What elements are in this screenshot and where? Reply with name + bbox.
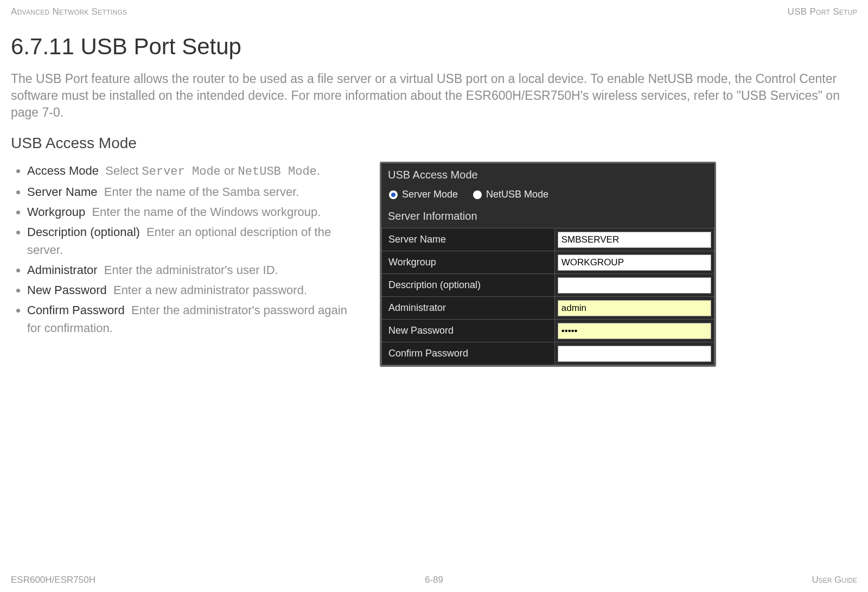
radio-label: Server Mode xyxy=(402,189,458,200)
label-new-password: New Password xyxy=(382,320,555,342)
confirm-password-input[interactable] xyxy=(558,346,711,362)
table-row: New Password xyxy=(382,320,714,342)
page-header: Advanced Network Settings USB Port Setup xyxy=(11,7,857,17)
workgroup-input[interactable] xyxy=(558,254,711,271)
term-new-password: New Password xyxy=(27,283,107,297)
desc-text: Enter the name of the Samba server. xyxy=(104,185,299,199)
footer-right: User Guide xyxy=(812,575,857,585)
section-title: USB Access Mode xyxy=(11,135,857,152)
table-row: Description (optional) xyxy=(382,274,714,297)
panel-subheading: Server Information xyxy=(381,209,714,228)
term-administrator: Administrator xyxy=(27,263,98,277)
list-item: Administrator Enter the administrator's … xyxy=(27,261,358,279)
administrator-input[interactable] xyxy=(558,300,711,316)
page-footer: ESR600H/ESR750H 6-89 User Guide xyxy=(11,575,857,585)
desc-text: Enter the administrator's user ID. xyxy=(104,263,278,277)
desc-text: Select xyxy=(105,164,142,177)
desc-text: . xyxy=(317,164,320,177)
table-row: Server Name xyxy=(382,228,714,251)
list-item: Server Name Enter the name of the Samba … xyxy=(27,183,358,201)
input-cell xyxy=(554,274,714,297)
code-netusb-mode: NetUSB Mode xyxy=(238,165,317,179)
input-cell xyxy=(554,320,714,342)
server-info-table: Server Name Workgroup Description (optio… xyxy=(381,228,714,365)
term-server-name: Server Name xyxy=(27,185,98,199)
radio-label: NetUSB Mode xyxy=(486,189,548,200)
list-item: Access Mode Select Server Mode or NetUSB… xyxy=(27,162,358,181)
label-workgroup: Workgroup xyxy=(382,251,555,274)
input-cell xyxy=(554,342,714,365)
table-row: Workgroup xyxy=(382,251,714,274)
code-server-mode: Server Mode xyxy=(142,165,221,179)
list-item: Confirm Password Enter the administrator… xyxy=(27,301,358,337)
footer-left: ESR600H/ESR750H xyxy=(11,575,95,585)
header-left: Advanced Network Settings xyxy=(11,7,127,17)
usb-access-mode-panel: USB Access Mode Server Mode NetUSB Mode … xyxy=(380,162,716,367)
intro-paragraph: The USB Port feature allows the router t… xyxy=(11,71,857,121)
server-name-input[interactable] xyxy=(558,232,711,248)
header-right: USB Port Setup xyxy=(788,7,857,17)
footer-center: 6-89 xyxy=(425,575,443,585)
label-confirm-password: Confirm Password xyxy=(382,342,555,365)
input-cell xyxy=(554,297,714,320)
radio-row: Server Mode NetUSB Mode xyxy=(381,186,714,209)
list-item: Description (optional) Enter an optional… xyxy=(27,223,358,259)
description-input[interactable] xyxy=(558,277,711,294)
page-title: 6.7.11 USB Port Setup xyxy=(11,34,857,60)
label-description: Description (optional) xyxy=(382,274,555,297)
radio-dot-icon xyxy=(473,190,482,199)
radio-netusb-mode[interactable]: NetUSB Mode xyxy=(473,189,548,200)
radio-dot-icon xyxy=(389,190,398,199)
radio-server-mode[interactable]: Server Mode xyxy=(389,189,458,200)
list-item: Workgroup Enter the name of the Windows … xyxy=(27,203,358,221)
table-row: Administrator xyxy=(382,297,714,320)
content-row: Access Mode Select Server Mode or NetUSB… xyxy=(11,162,857,367)
input-cell xyxy=(554,228,714,251)
desc-text: Enter the name of the Windows workgroup. xyxy=(92,205,321,219)
panel-heading: USB Access Mode xyxy=(381,163,714,186)
term-description: Description (optional) xyxy=(27,225,140,239)
new-password-input[interactable] xyxy=(558,323,711,339)
label-administrator: Administrator xyxy=(382,297,555,320)
table-row: Confirm Password xyxy=(382,342,714,365)
term-access-mode: Access Mode xyxy=(27,164,99,177)
input-cell xyxy=(554,251,714,274)
list-item: New Password Enter a new administrator p… xyxy=(27,281,358,299)
term-confirm-password: Confirm Password xyxy=(27,303,125,317)
label-server-name: Server Name xyxy=(382,228,555,251)
desc-text: or xyxy=(221,164,238,177)
bullet-list: Access Mode Select Server Mode or NetUSB… xyxy=(11,162,358,339)
term-workgroup: Workgroup xyxy=(27,205,85,219)
desc-text: Enter a new administrator password. xyxy=(113,283,307,297)
